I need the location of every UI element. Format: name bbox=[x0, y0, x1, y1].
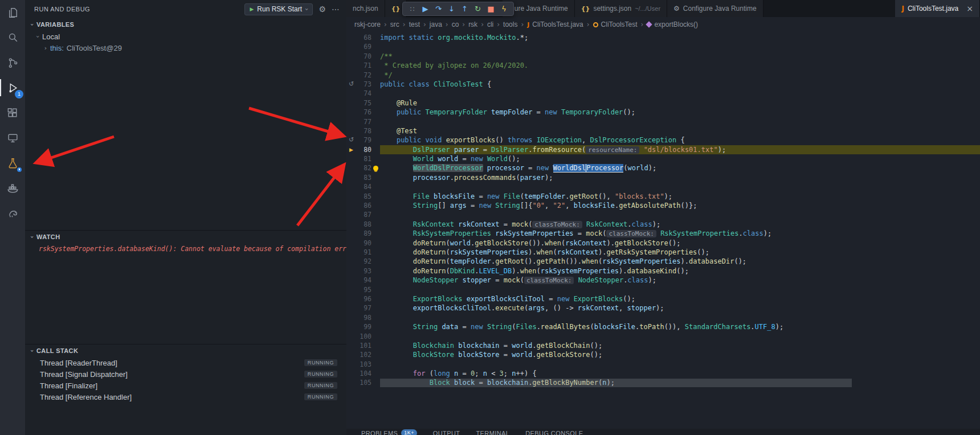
gutter[interactable] bbox=[346, 303, 356, 313]
breadcrumb-item[interactable]: rsk bbox=[468, 20, 477, 28]
code-text[interactable]: BlockStore blockStore = world.getBlockSt… bbox=[380, 350, 980, 359]
breadcrumb-item[interactable]: co bbox=[452, 20, 459, 28]
step-over-button[interactable]: ↷ bbox=[433, 5, 444, 13]
gutter[interactable] bbox=[346, 33, 356, 42]
gutter[interactable] bbox=[346, 220, 356, 229]
call-stack-thread[interactable]: Thread [Signal Dispatcher]RUNNING bbox=[25, 368, 346, 380]
search-icon[interactable] bbox=[0, 25, 25, 50]
breadcrumb-item[interactable]: tools bbox=[503, 20, 517, 28]
code-text[interactable]: public TemporaryFolder tempFolder = new … bbox=[380, 108, 980, 117]
panel-tab-debug-console[interactable]: DEBUG CONSOLE bbox=[525, 429, 583, 435]
code-line-89[interactable]: 89 RskSystemProperties rskSystemProperti… bbox=[346, 229, 980, 238]
docker-icon[interactable] bbox=[0, 175, 25, 200]
code-text[interactable]: exportBlocksCliTool.execute(args, () -> … bbox=[380, 303, 980, 313]
gutter[interactable] bbox=[346, 257, 356, 266]
breadcrumb-item[interactable]: test bbox=[409, 20, 420, 28]
code-text[interactable] bbox=[380, 360, 980, 369]
code-text[interactable]: @Test bbox=[380, 126, 980, 136]
close-tab-icon[interactable]: × bbox=[966, 4, 973, 13]
code-line-69[interactable]: 69 bbox=[346, 42, 980, 51]
code-line-86[interactable]: 86 String[] args = new String[]{"0", "2"… bbox=[346, 201, 980, 210]
call-stack-thread[interactable]: Thread [Finalizer]RUNNING bbox=[25, 380, 346, 391]
call-stack-thread[interactable]: Thread [ReaderThread]RUNNING bbox=[25, 357, 346, 368]
drag-handle[interactable]: ∷ bbox=[407, 5, 418, 13]
gradle-elephant-icon[interactable] bbox=[0, 200, 25, 225]
code-line-91[interactable]: 91 doReturn(rskSystemProperties).when(rs… bbox=[346, 248, 980, 257]
code-line-99[interactable]: 99 String data = new String(Files.readAl… bbox=[346, 322, 980, 331]
watch-expression[interactable]: rskSystemProperties.databaseKind(): Cann… bbox=[25, 243, 346, 253]
explorer-icon[interactable] bbox=[0, 0, 25, 25]
panel-tab-problems[interactable]: PROBLEMS1K+ bbox=[361, 429, 417, 435]
tab-settings.json[interactable]: {}settings.json~/.../User bbox=[575, 0, 667, 17]
gutter[interactable] bbox=[346, 266, 356, 276]
test-run-icon[interactable]: ↺ bbox=[346, 80, 356, 89]
code-line-88[interactable]: 88 RskContext rskContext = mock(classToM… bbox=[346, 220, 980, 229]
code-line-71[interactable]: 71 * Created by ajlopez on 26/04/2020. bbox=[346, 61, 980, 70]
code-line-73[interactable]: ↺73public class CliToolsTest { bbox=[346, 80, 980, 89]
tab-nch.json[interactable]: nch.json bbox=[346, 0, 385, 17]
code-line-92[interactable]: 92 doReturn(tempFolder.getRoot().getPath… bbox=[346, 257, 980, 266]
code-text[interactable] bbox=[380, 42, 980, 51]
variables-section-header[interactable]: › VARIABLES bbox=[25, 18, 346, 31]
code-line-101[interactable]: 101 Blockchain blockchain = world.getBlo… bbox=[346, 341, 980, 350]
breadcrumb-item[interactable]: exportBlocks() bbox=[647, 20, 698, 28]
gutter[interactable] bbox=[346, 210, 356, 219]
breadcrumb-item[interactable]: JCliToolsTest.java bbox=[527, 20, 583, 28]
code-text[interactable]: NodeStopper stopper = mock(classToMock: … bbox=[380, 276, 980, 285]
gutter[interactable] bbox=[346, 294, 356, 303]
gutter[interactable] bbox=[346, 248, 356, 257]
panel-tab-terminal[interactable]: TERMINAL bbox=[476, 429, 509, 435]
code-text[interactable]: RskSystemProperties rskSystemProperties … bbox=[380, 229, 980, 238]
gear-icon[interactable]: ⚙ bbox=[318, 5, 326, 14]
code-line-80[interactable]: ▶80 DslParser parser = DslParser.fromRes… bbox=[346, 145, 980, 154]
hot-code-replace-button[interactable]: ϟ bbox=[499, 5, 509, 13]
more-actions-icon[interactable]: ⋯ bbox=[332, 5, 340, 14]
gutter[interactable] bbox=[346, 341, 356, 350]
code-text[interactable]: Block block = blockchain.getBlockByNumbe… bbox=[380, 378, 980, 387]
code-line-70[interactable]: 70/** bbox=[346, 52, 980, 61]
code-text[interactable]: processor.processCommands(parser); bbox=[380, 173, 980, 182]
code-text[interactable] bbox=[380, 313, 980, 322]
breadcrumb[interactable]: rskj-core›src›test›java›co›rsk›cli›tools… bbox=[346, 17, 980, 32]
watch-section-header[interactable]: › WATCH bbox=[25, 231, 346, 243]
code-line-102[interactable]: 102 BlockStore blockStore = world.getBlo… bbox=[346, 350, 980, 359]
code-line-98[interactable]: 98 bbox=[346, 313, 980, 322]
variable-this[interactable]: › this: CliToolsTest@29 bbox=[25, 42, 346, 54]
code-text[interactable] bbox=[380, 210, 980, 219]
code-line-76[interactable]: 76 public TemporaryFolder tempFolder = n… bbox=[346, 108, 980, 117]
code-line-77[interactable]: 77 bbox=[346, 117, 980, 126]
code-text[interactable]: /** bbox=[380, 52, 980, 61]
code-text[interactable]: doReturn(rskSystemProperties).when(rskCo… bbox=[380, 248, 980, 257]
test-run-icon[interactable]: ↺ bbox=[346, 136, 356, 145]
gutter[interactable] bbox=[346, 192, 356, 201]
code-line-90[interactable]: 90 doReturn(world.getBlockStore()).when(… bbox=[346, 239, 980, 248]
gutter[interactable] bbox=[346, 163, 356, 173]
code-line-104[interactable]: 104 for (long n = 0; n < 3; n++) { bbox=[346, 369, 980, 378]
code-editor[interactable]: 68import static org.mockito.Mockito.*;69… bbox=[346, 32, 980, 435]
gutter[interactable] bbox=[346, 173, 356, 182]
start-debug-icon[interactable]: ▶ bbox=[250, 6, 254, 12]
code-text[interactable] bbox=[380, 89, 980, 98]
code-text[interactable] bbox=[380, 182, 980, 191]
run-and-debug-icon[interactable]: 1 bbox=[0, 75, 25, 100]
gutter[interactable] bbox=[346, 285, 356, 294]
debug-current-frame-icon[interactable]: ▶ bbox=[346, 145, 356, 154]
code-line-78[interactable]: 78 @Test bbox=[346, 126, 980, 136]
gutter[interactable] bbox=[346, 99, 356, 108]
breadcrumb-item[interactable]: CliToolsTest bbox=[593, 20, 638, 28]
code-text[interactable]: * Created by ajlopez on 26/04/2020. bbox=[380, 61, 980, 70]
code-text[interactable]: ExportBlocks exportBlocksCliTool = new E… bbox=[380, 294, 980, 303]
code-text[interactable]: public void exportBlocks() throws IOExce… bbox=[380, 136, 980, 145]
tab-configure-java-runtime[interactable]: ⚙Configure Java Runtime bbox=[667, 0, 763, 17]
gutter[interactable] bbox=[346, 42, 356, 51]
scope-local[interactable]: › Local bbox=[25, 31, 346, 42]
code-text[interactable]: */ bbox=[380, 71, 980, 80]
code-line-93[interactable]: 93 doReturn(DbKind.LEVEL_DB).when(rskSys… bbox=[346, 266, 980, 276]
gutter[interactable] bbox=[346, 378, 356, 387]
gutter[interactable] bbox=[346, 154, 356, 163]
gutter[interactable] bbox=[346, 276, 356, 285]
code-line-79[interactable]: ↺79 public void exportBlocks() throws IO… bbox=[346, 136, 980, 145]
step-into-button[interactable]: ↓ bbox=[446, 5, 457, 13]
code-text[interactable]: doReturn(DbKind.LEVEL_DB).when(rskSystem… bbox=[380, 266, 980, 276]
lightbulb-icon[interactable] bbox=[373, 166, 378, 171]
